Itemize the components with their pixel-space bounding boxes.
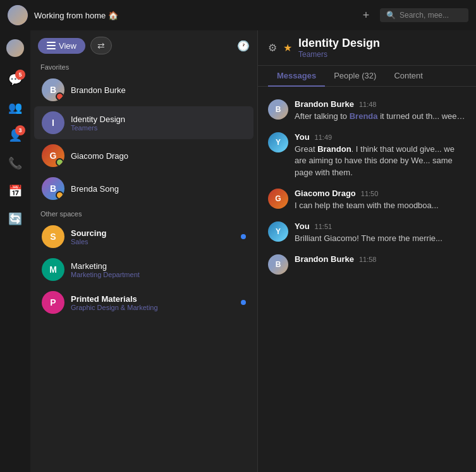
msg-time-you1: 11:49 [315,134,333,141]
chat-panel: View ⇄ 🕐 Favorites B Brandon Burke [30,30,258,472]
msg-content-you2: You 11:51 Brilliant Giacomo! The more th… [295,221,466,244]
chat-name-marketing: Marketing [71,261,246,271]
chat-name-giacomo: Giacomo Drago [71,151,246,161]
message-item-you2: Y You 11:51 Brilliant Giacomo! The more … [258,216,476,249]
msg-content-giacomo1: Giacomo Drago 11:50 I can help the team … [295,189,466,211]
search-icon: 🔍 [386,11,396,20]
filter-button[interactable]: ⇄ [90,37,112,54]
msg-content-brandon1: Brandon Burke 11:48 After talking to Bre… [295,99,466,122]
search-bar[interactable]: 🔍 Search, mee... [380,8,468,22]
teams-icon: 👥 [8,101,22,115]
chat-info-giacomo: Giacomo Drago [71,151,246,161]
message-item-brandon2: B Brandon Burke 11:58 [258,249,476,280]
view-label: View [59,41,76,51]
chat-info-brenda: Brenda Song [71,184,246,194]
sidebar-item-people[interactable]: 👤 3 [3,123,28,148]
double-arrow-icon: ⇄ [97,40,105,51]
tab-content[interactable]: Content [385,66,432,87]
add-button[interactable]: + [358,8,374,23]
chat-name-sourcing: Sourcing [71,228,235,238]
conv-header: ⚙ ★ Identity Design Teamers [258,30,476,66]
chat-item-brenda[interactable]: B Brenda Song [34,172,253,205]
msg-header-giacomo1: Giacomo Drago 11:50 [295,189,466,198]
chat-name-printed: Printed Materials [71,294,235,304]
hamburger-icon [47,42,56,49]
msg-sender-you1: You [295,132,310,142]
chat-item-printed[interactable]: P Printed Materials Graphic Design & Mar… [34,286,253,319]
msg-header-brandon2: Brandon Burke 11:58 [295,254,466,264]
message-item-you1: Y You 11:49 Great Brandon. I think that … [258,127,476,183]
msg-sender-brandon2: Brandon Burke [295,254,354,264]
chat-avatar-giacomo: G [42,144,64,167]
chat-info-identity: Identity Design Teamers [71,115,246,132]
conversation-title: Identity Design [298,37,380,50]
chat-sub-marketing: Marketing Department [71,271,246,278]
msg-header-you2: You 11:51 [295,221,466,231]
unread-dot-sourcing [241,234,246,239]
msg-time-brandon1: 11:48 [359,101,377,108]
chat-item-identity-design[interactable]: I Identity Design Teamers [34,106,253,139]
msg-sender-you2: You [295,221,310,231]
chat-avatar-brandon: B [42,78,64,101]
gear-icon[interactable]: ⚙ [268,42,277,54]
message-item-giacomo: G Giacomo Drago 11:50 I can help the tea… [258,183,476,216]
avatar [6,39,24,57]
chat-avatar-printed: P [42,291,64,314]
chat-sub-sourcing: Sales [71,238,235,245]
tab-messages[interactable]: Messages [268,66,325,87]
msg-sender-giacomo1: Giacomo Drago [295,189,356,198]
sidebar-item-chat[interactable]: 💬 5 [3,67,28,92]
chat-avatar-brenda: B [42,177,64,200]
messages-area: B Brandon Burke 11:48 After talking to B… [258,87,476,472]
msg-header-brandon1: Brandon Burke 11:48 [295,99,466,109]
title-bar-title: Working from home 🏠 [34,11,352,20]
other-spaces-label: Other spaces [30,205,257,220]
msg-avatar-giacomo1: G [268,189,288,209]
conversation-panel: ⚙ ★ Identity Design Teamers Messages Peo… [258,30,476,472]
conv-tabs: Messages People (32) Content [258,66,476,87]
msg-text-giacomo1: I can help the team with the moodboa... [295,200,466,211]
icon-sidebar: 💬 5 👥 👤 3 📞 📅 🔄 [0,30,30,472]
conv-header-info: Identity Design Teamers [298,37,466,59]
tab-people[interactable]: People (32) [325,66,385,87]
clock-icon: 🕐 [237,40,250,51]
unread-dot-printed [241,300,246,305]
calls-icon: 📞 [8,156,22,170]
msg-text-you2: Brilliant Giacomo! The more the merrie..… [295,233,466,244]
title-bar-avatar [8,5,28,25]
sidebar-item-calls[interactable]: 📞 [3,151,28,176]
chat-item-brandon-burke[interactable]: B Brandon Burke [34,73,253,106]
chat-item-marketing[interactable]: M Marketing Marketing Department [34,253,253,286]
user-avatar-item[interactable] [3,35,28,61]
calendar-icon: 📅 [8,184,22,198]
chat-item-giacomo[interactable]: G Giacomo Drago [34,139,253,172]
sidebar-item-teams[interactable]: 👥 [3,95,28,120]
chat-info-brandon: Brandon Burke [71,85,246,95]
clock-button[interactable]: 🕐 [237,40,250,52]
chat-name-brenda: Brenda Song [71,184,246,194]
msg-avatar-you1: Y [268,132,288,152]
chat-sub-identity: Teamers [71,124,246,132]
chat-name-brandon: Brandon Burke [71,85,246,95]
highlight-brandon: Brandon [317,144,351,154]
chat-info-marketing: Marketing Marketing Department [71,261,246,278]
conv-title-row: Identity Design [298,37,466,50]
favorites-label: Favorites [30,58,257,73]
chat-info-sourcing: Sourcing Sales [71,228,235,245]
msg-avatar-you2: Y [268,221,288,242]
title-bar: Working from home 🏠 + 🔍 Search, mee... [0,0,476,30]
chat-item-sourcing[interactable]: S Sourcing Sales [34,220,253,253]
activity-badge [56,93,64,101]
sidebar-item-activity[interactable]: 🔄 [3,206,28,232]
main-content: 💬 5 👥 👤 3 📞 📅 🔄 [0,30,476,472]
msg-sender-brandon1: Brandon Burke [295,99,354,109]
msg-time-you2: 11:51 [315,223,333,230]
chat-avatar-sourcing: S [42,225,64,248]
conversation-subtitle: Teamers [298,50,466,59]
highlight-brenda: Brenda [350,111,378,121]
star-icon[interactable]: ★ [283,42,292,54]
chat-sub-printed: Graphic Design & Marketing [71,304,235,311]
sidebar-item-calendar[interactable]: 📅 [3,178,28,204]
search-placeholder: Search, mee... [400,11,449,20]
view-button[interactable]: View [38,38,85,54]
